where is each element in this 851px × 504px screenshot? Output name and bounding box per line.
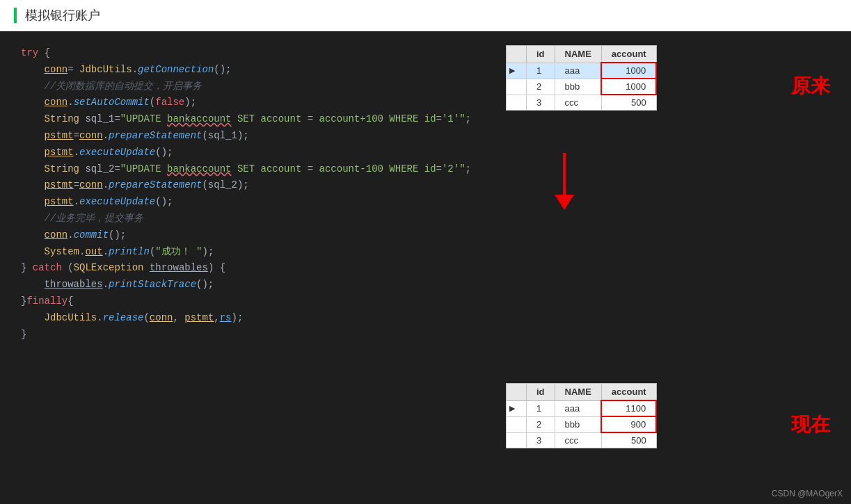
- code-line-9: pstmt=conn.prepareStatement(sql_2);: [21, 177, 471, 194]
- table-before-col-account: account: [601, 46, 656, 63]
- code-line-8: String sql_2="UPDATE bankaccount SET acc…: [21, 161, 471, 178]
- code-line-6: pstmt=conn.prepareStatement(sql_1);: [21, 128, 471, 145]
- row-indicator: [506, 416, 526, 432]
- table-before-row-1: ▶ 1 aaa 1000: [506, 63, 656, 79]
- table-before-col-indicator: [506, 46, 526, 63]
- row-id: 2: [526, 416, 555, 432]
- table-after: id NAME account ▶ 1 aaa 1100 2: [506, 383, 657, 448]
- code-line-1: try {: [21, 45, 471, 62]
- table-after-row-1: ▶ 1 aaa 1100: [506, 400, 656, 416]
- row-id: 3: [526, 95, 555, 111]
- row-account: 500: [601, 95, 656, 111]
- table-after-wrapper: id NAME account ▶ 1 aaa 1100 2: [506, 383, 657, 448]
- code-line-18: }: [21, 327, 471, 343]
- code-line-12: conn.commit();: [21, 227, 471, 244]
- table-before-row-2: 2 bbb 1000: [506, 79, 656, 95]
- page-header: 模拟银行账户: [0, 0, 851, 31]
- row-account: 1000: [601, 79, 656, 95]
- table-before-col-name: NAME: [555, 46, 601, 63]
- row-name: ccc: [555, 95, 601, 111]
- row-name: aaa: [555, 400, 601, 416]
- row-account: 1100: [601, 400, 656, 416]
- table-before: id NAME account ▶ 1 aaa 1000 2: [506, 45, 657, 111]
- code-line-17: JdbcUtils.release(conn, pstmt,rs);: [21, 310, 471, 327]
- table-after-row-3: 3 ccc 500: [506, 432, 656, 448]
- row-indicator: [506, 95, 526, 111]
- arrow-wrapper: [555, 153, 574, 210]
- row-id: 1: [526, 63, 555, 79]
- code-line-10: pstmt.executeUpdate();: [21, 194, 471, 211]
- row-account: 1000: [601, 63, 656, 79]
- right-panel: id NAME account ▶ 1 aaa 1000 2: [492, 31, 851, 504]
- row-id: 2: [526, 79, 555, 95]
- row-indicator: [506, 79, 526, 95]
- code-line-7: pstmt.executeUpdate();: [21, 145, 471, 161]
- row-account: 900: [601, 416, 656, 432]
- header-accent-bar: [14, 8, 17, 23]
- table-after-col-name: NAME: [555, 384, 601, 401]
- table-after-col-indicator: [506, 384, 526, 401]
- row-name: ccc: [555, 432, 601, 448]
- table-before-wrapper: id NAME account ▶ 1 aaa 1000 2: [506, 45, 657, 111]
- table-before-col-id: id: [526, 46, 555, 63]
- table-after-row-2: 2 bbb 900: [506, 416, 656, 432]
- code-line-3: //关闭数据库的自动提交，开启事务: [21, 79, 471, 95]
- code-line-15: throwables.printStackTrace();: [21, 277, 471, 293]
- code-line-13: System.out.println("成功！ ");: [21, 244, 471, 261]
- row-name: bbb: [555, 416, 601, 432]
- row-name: bbb: [555, 79, 601, 95]
- row-account: 500: [601, 432, 656, 448]
- label-yuanlai: 原来: [791, 73, 830, 99]
- table-after-col-id: id: [526, 384, 555, 401]
- row-indicator: ▶: [506, 400, 526, 416]
- row-name: aaa: [555, 63, 601, 79]
- row-indicator: ▶: [506, 63, 526, 79]
- arrow-head: [555, 195, 574, 210]
- code-line-16: }finally{: [21, 293, 471, 310]
- code-line-14: } catch (SQLException throwables) {: [21, 260, 471, 277]
- table-after-col-account: account: [601, 384, 656, 401]
- code-line-2: conn= JdbcUtils.getConnection();: [21, 62, 471, 79]
- code-line-11: //业务完毕，提交事务: [21, 211, 471, 227]
- page-title: 模拟银行账户: [25, 7, 100, 24]
- arrow-shaft: [563, 153, 566, 195]
- watermark: CSDN @MAOgerX: [772, 489, 843, 498]
- code-line-5: String sql_1="UPDATE bankaccount SET acc…: [21, 111, 471, 128]
- code-area: try { conn= JdbcUtils.getConnection(); /…: [0, 31, 492, 504]
- row-indicator: [506, 432, 526, 448]
- main-content: try { conn= JdbcUtils.getConnection(); /…: [0, 31, 851, 504]
- label-xianzai: 现在: [791, 412, 830, 438]
- row-id: 3: [526, 432, 555, 448]
- code-line-4: conn.setAutoCommit(false);: [21, 95, 471, 111]
- row-id: 1: [526, 400, 555, 416]
- table-before-row-3: 3 ccc 500: [506, 95, 656, 111]
